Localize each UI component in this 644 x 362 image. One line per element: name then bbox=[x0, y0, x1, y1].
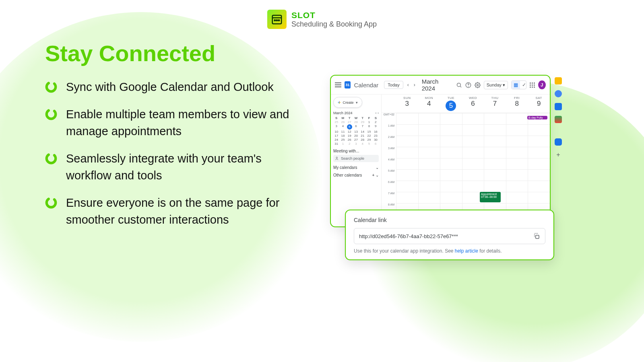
svg-point-7 bbox=[45, 152, 57, 165]
avatar[interactable]: J bbox=[538, 80, 546, 89]
my-calendars-toggle[interactable]: My calendars⌄ bbox=[333, 165, 379, 170]
tasks-view-icon[interactable]: ✓ bbox=[520, 81, 526, 89]
svg-point-5 bbox=[45, 81, 57, 93]
plus-icon: + bbox=[338, 99, 341, 105]
menu-icon[interactable] bbox=[335, 82, 341, 87]
gear-icon[interactable] bbox=[475, 82, 481, 88]
brand-header: SLOT Scheduling & Booking App bbox=[267, 10, 377, 29]
brand-name: SLOT bbox=[291, 10, 377, 20]
contacts-addon-icon[interactable] bbox=[555, 103, 562, 110]
today-button[interactable]: Today bbox=[384, 81, 403, 89]
other-calendars-toggle[interactable]: Other calendars+ ⌄ bbox=[333, 173, 379, 177]
calendar-app-title: Calendar bbox=[354, 82, 378, 88]
help-icon[interactable] bbox=[465, 82, 471, 88]
svg-point-14 bbox=[336, 157, 337, 158]
calendar-link-popup: Calendar link http://d02ed546-76b7-4aa7-… bbox=[345, 210, 554, 260]
calendar-view-icon[interactable]: ▦ bbox=[512, 81, 520, 89]
copy-icon[interactable] bbox=[533, 232, 540, 240]
bullet-item: Enable multiple team members to view and… bbox=[45, 106, 303, 140]
create-button[interactable]: + Create ▾ bbox=[333, 97, 362, 108]
brand-subtitle: Scheduling & Booking App bbox=[291, 20, 377, 29]
view-toggle[interactable]: ▦ ✓ bbox=[511, 80, 526, 89]
day-column-header[interactable]: MON4 bbox=[418, 95, 440, 113]
svg-point-12 bbox=[468, 86, 469, 86]
calendar-event[interactable]: Appointment 07:00–08:00 bbox=[480, 192, 501, 202]
next-button[interactable]: › bbox=[413, 82, 416, 88]
bullet-icon bbox=[45, 108, 57, 120]
mini-calendar[interactable]: SMTWTFS252627282912345678910111213141516… bbox=[333, 116, 379, 146]
bullet-list: Sync with Google Calendar and OutlookEna… bbox=[45, 78, 303, 228]
month-label: March 2024 bbox=[422, 78, 450, 92]
bullet-icon bbox=[45, 81, 57, 93]
svg-point-3 bbox=[277, 20, 278, 21]
view-mode-select[interactable]: Sunday▾ bbox=[484, 81, 508, 89]
bullet-item: Ensure everyone is on the same page for … bbox=[45, 194, 303, 228]
calendar-main: SUN3MON4TUE5WED6THU7FRI8SAT9 GMT+021 AM2… bbox=[382, 95, 550, 226]
calendar-toolbar: Calendar Today ‹ › March 2024 Sunday▾ ▦ … bbox=[331, 76, 550, 95]
day-column-header[interactable]: FRI8 bbox=[506, 95, 528, 113]
bullet-item: Seamlessly integrate with your team's wo… bbox=[45, 150, 303, 184]
day-column-header[interactable]: SUN3 bbox=[396, 95, 418, 113]
mini-month-label: March 2024 bbox=[333, 111, 353, 115]
search-icon[interactable] bbox=[456, 82, 462, 88]
help-article-link[interactable]: help article bbox=[455, 248, 478, 254]
meeting-with-label: Meeting with... bbox=[333, 149, 379, 153]
calendar-preview: Calendar Today ‹ › March 2024 Sunday▾ ▦ … bbox=[330, 75, 551, 227]
right-addon-rail: + bbox=[552, 77, 564, 158]
brand-icon bbox=[267, 10, 287, 29]
calendar-link-value: http://d02ed546-76b7-4aa7-bb22-57e67*** bbox=[359, 233, 458, 239]
svg-point-2 bbox=[275, 20, 276, 21]
calendar-link-field[interactable]: http://d02ed546-76b7-4aa7-bb22-57e67*** bbox=[354, 228, 545, 244]
hours-area: GMT+021 AM2 AM3 AM4 AM5 AM6 AM7 AM8 AM9 … bbox=[382, 113, 550, 226]
svg-point-9 bbox=[457, 83, 460, 86]
svg-point-13 bbox=[477, 84, 478, 86]
apps-icon[interactable] bbox=[530, 82, 535, 88]
bullet-icon bbox=[45, 152, 57, 165]
day-column-header[interactable]: SAT9 bbox=[528, 95, 550, 113]
keep-addon-icon[interactable] bbox=[555, 77, 562, 84]
prev-button[interactable]: ‹ bbox=[407, 82, 410, 88]
bullet-icon bbox=[45, 197, 57, 209]
day-column-header[interactable]: TUE5 bbox=[440, 95, 462, 113]
maps-addon-icon[interactable] bbox=[555, 116, 562, 123]
svg-point-4 bbox=[279, 20, 280, 21]
svg-line-10 bbox=[460, 86, 461, 87]
mini-nav[interactable]: ‹ › bbox=[376, 111, 379, 115]
popup-title: Calendar link bbox=[354, 217, 545, 223]
meet-addon-icon[interactable] bbox=[555, 138, 562, 146]
calendar-sidebar: + Create ▾ March 2024 ‹ › SMTWTFS2526272… bbox=[331, 95, 382, 226]
tasks-addon-icon[interactable] bbox=[555, 90, 562, 97]
svg-point-8 bbox=[45, 197, 57, 209]
search-people-input[interactable]: Search people bbox=[333, 155, 379, 162]
calendar-logo-icon bbox=[345, 81, 351, 88]
calendar-card: Calendar Today ‹ › March 2024 Sunday▾ ▦ … bbox=[330, 75, 551, 227]
hero-title: Stay Connected bbox=[45, 40, 303, 66]
add-addon-icon[interactable]: + bbox=[555, 151, 562, 158]
hero-section: Stay Connected Sync with Google Calendar… bbox=[45, 40, 303, 239]
svg-rect-15 bbox=[536, 235, 539, 239]
day-column-header[interactable]: THU7 bbox=[484, 95, 506, 113]
allday-event[interactable]: B-day Polly bbox=[527, 116, 547, 119]
bullet-item: Sync with Google Calendar and Outlook bbox=[45, 78, 303, 95]
popup-hint: Use this for your calendar app integrati… bbox=[354, 248, 545, 254]
svg-point-6 bbox=[45, 108, 57, 120]
day-header-row: SUN3MON4TUE5WED6THU7FRI8SAT9 bbox=[382, 95, 550, 113]
day-column-header[interactable]: WED6 bbox=[462, 95, 484, 113]
